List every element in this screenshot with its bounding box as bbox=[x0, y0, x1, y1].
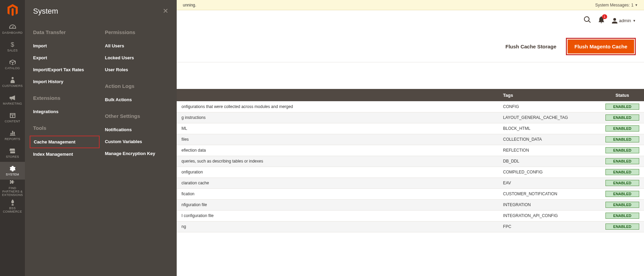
search-icon[interactable] bbox=[584, 16, 591, 25]
table-row[interactable]: onfigurations that were collected across… bbox=[177, 101, 644, 112]
cache-tag: BLOCK_HTML bbox=[498, 123, 601, 134]
action-bar: Flush Cache Storage Flush Magento Cache bbox=[177, 31, 644, 62]
cache-status-cell: ENABLED bbox=[601, 123, 644, 134]
flyout-heading-extensions: Extensions bbox=[33, 95, 97, 101]
cache-tag: COLLECTION_DATA bbox=[498, 134, 601, 145]
table-header-status: Status bbox=[601, 89, 644, 101]
puzzle-icon bbox=[10, 180, 15, 186]
sidebar-item-label: CATALOG bbox=[5, 66, 20, 70]
flyout-link-import[interactable]: Import bbox=[33, 40, 97, 52]
sidebar-item-label: STORES bbox=[6, 155, 19, 158]
cache-tag: FPC bbox=[498, 221, 601, 232]
cache-description: onfigurations that were collected across… bbox=[177, 101, 498, 112]
flyout-link-locked-users[interactable]: Locked Users bbox=[105, 52, 169, 64]
table-row[interactable]: onfigurationCOMPILED_CONFIGENABLED bbox=[177, 167, 644, 178]
status-badge: ENABLED bbox=[605, 224, 639, 230]
table-row[interactable]: eflection dataREFLECTIONENABLED bbox=[177, 145, 644, 156]
cache-description: g instructions bbox=[177, 112, 498, 123]
table-row[interactable]: ngFPCENABLED bbox=[177, 221, 644, 232]
cache-table: Tags Status onfigurations that were coll… bbox=[177, 89, 644, 276]
table-row[interactable]: I configuration fileINTEGRATION_API_CONF… bbox=[177, 210, 644, 221]
chart-icon bbox=[10, 130, 15, 137]
sidebar-item-content[interactable]: CONTENT bbox=[0, 109, 25, 126]
flyout-link-integrations[interactable]: Integrations bbox=[33, 106, 97, 118]
cache-tag: EAV bbox=[498, 178, 601, 188]
cache-description: I configuration file bbox=[177, 210, 498, 221]
cache-description: queries, such as describing tables or in… bbox=[177, 156, 498, 167]
table-row[interactable]: queries, such as describing tables or in… bbox=[177, 156, 644, 167]
cache-status-cell: ENABLED bbox=[601, 112, 644, 123]
status-badge: ENABLED bbox=[605, 202, 639, 208]
sidebar-item-sales[interactable]: $ SALES bbox=[0, 38, 25, 56]
cache-status-cell: ENABLED bbox=[601, 156, 644, 167]
table-row[interactable]: nfiguration fileINTEGRATIONENABLED bbox=[177, 199, 644, 210]
flyout-link-tax-rates[interactable]: Import/Export Tax Rates bbox=[33, 64, 97, 76]
table-row[interactable]: MLBLOCK_HTMLENABLED bbox=[177, 123, 644, 134]
topbar: 1 admin ▼ bbox=[177, 10, 644, 31]
box-icon bbox=[10, 59, 16, 66]
sidebar-item-label: MARKETING bbox=[3, 102, 22, 105]
status-badge: ENABLED bbox=[605, 213, 639, 219]
flyout-heading-data-transfer: Data Transfer bbox=[33, 29, 97, 35]
person-icon bbox=[11, 77, 15, 83]
system-messages-toggle[interactable]: System Messages: 1 ▼ bbox=[595, 3, 638, 7]
flyout-link-import-history[interactable]: Import History bbox=[33, 76, 97, 88]
status-badge: ENABLED bbox=[605, 125, 639, 132]
admin-sidebar: DASHBOARD $ SALES CATALOG CUSTOMERS MARK… bbox=[0, 0, 25, 276]
cache-description: fication bbox=[177, 188, 498, 199]
flyout-link-user-roles[interactable]: User Roles bbox=[105, 64, 169, 76]
user-icon bbox=[612, 18, 617, 24]
sidebar-item-marketing[interactable]: MARKETING bbox=[0, 91, 25, 109]
table-header-tags: Tags bbox=[498, 89, 601, 101]
flush-magento-cache-button[interactable]: Flush Magento Cache bbox=[568, 40, 634, 53]
flyout-link-cache-management[interactable]: Cache Management bbox=[30, 136, 100, 148]
dollar-icon: $ bbox=[11, 41, 14, 48]
sidebar-item-dashboard[interactable]: DASHBOARD bbox=[0, 20, 25, 38]
notifications-icon[interactable]: 1 bbox=[598, 16, 604, 25]
bss-icon bbox=[10, 199, 15, 206]
status-badge: ENABLED bbox=[605, 104, 639, 110]
cache-description: ng bbox=[177, 221, 498, 232]
magento-logo[interactable] bbox=[0, 0, 25, 20]
cache-tag: COMPILED_CONFIG bbox=[498, 167, 601, 178]
cache-status-cell: ENABLED bbox=[601, 134, 644, 145]
sidebar-item-bss[interactable]: BSS COMMERCE bbox=[0, 197, 25, 215]
flyout-heading-other-settings: Other Settings bbox=[105, 113, 169, 119]
sidebar-item-label: CUSTOMERS bbox=[2, 84, 23, 88]
admin-user-menu[interactable]: admin ▼ bbox=[612, 18, 636, 24]
layout-icon bbox=[10, 112, 15, 119]
sidebar-item-customers[interactable]: CUSTOMERS bbox=[0, 73, 25, 91]
flyout-link-custom-variables[interactable]: Custom Variables bbox=[105, 136, 169, 148]
banner-text: unning. bbox=[183, 3, 196, 7]
flyout-link-bulk-actions[interactable]: Bulk Actions bbox=[105, 94, 169, 106]
cache-tag: LAYOUT_GENERAL_CACHE_TAG bbox=[498, 112, 601, 123]
sidebar-item-catalog[interactable]: CATALOG bbox=[0, 56, 25, 73]
sidebar-item-reports[interactable]: REPORTS bbox=[0, 126, 25, 144]
flyout-link-all-users[interactable]: All Users bbox=[105, 40, 169, 52]
close-icon[interactable]: ✕ bbox=[163, 7, 169, 15]
flyout-link-index-management[interactable]: Index Management bbox=[33, 148, 97, 160]
table-row[interactable]: claration cacheEAVENABLED bbox=[177, 178, 644, 188]
sidebar-item-system[interactable]: SYSTEM bbox=[0, 162, 25, 180]
sidebar-item-stores[interactable]: STORES bbox=[0, 144, 25, 162]
flyout-link-encryption-key[interactable]: Manage Encryption Key bbox=[105, 148, 169, 159]
flyout-heading-action-logs: Action Logs bbox=[105, 83, 169, 89]
cache-description: claration cache bbox=[177, 178, 498, 188]
sidebar-item-label: REPORTS bbox=[5, 137, 20, 141]
cache-tag: REFLECTION bbox=[498, 145, 601, 156]
flyout-title: System bbox=[33, 7, 169, 16]
chevron-down-icon: ▼ bbox=[633, 19, 636, 22]
status-badge: ENABLED bbox=[605, 147, 639, 153]
sidebar-item-label: BSS COMMERCE bbox=[0, 206, 25, 213]
table-row[interactable]: filesCOLLECTION_DATAENABLED bbox=[177, 134, 644, 145]
flyout-link-export[interactable]: Export bbox=[33, 52, 97, 64]
flush-cache-storage-button[interactable]: Flush Cache Storage bbox=[500, 40, 562, 53]
flyout-column: Permissions All Users Locked Users User … bbox=[105, 29, 169, 160]
table-row[interactable]: g instructionsLAYOUT_GENERAL_CACHE_TAGEN… bbox=[177, 112, 644, 123]
flyout-column: Data Transfer Import Export Import/Expor… bbox=[33, 29, 97, 160]
table-row[interactable]: ficationCUSTOMER_NOTIFICATIONENABLED bbox=[177, 188, 644, 199]
sidebar-item-partners[interactable]: FIND PARTNERS & EXTENSIONS bbox=[0, 180, 25, 197]
cache-tag: CONFIG bbox=[498, 101, 601, 112]
flyout-link-notifications[interactable]: Notifications bbox=[105, 124, 169, 136]
megaphone-icon bbox=[10, 94, 16, 101]
